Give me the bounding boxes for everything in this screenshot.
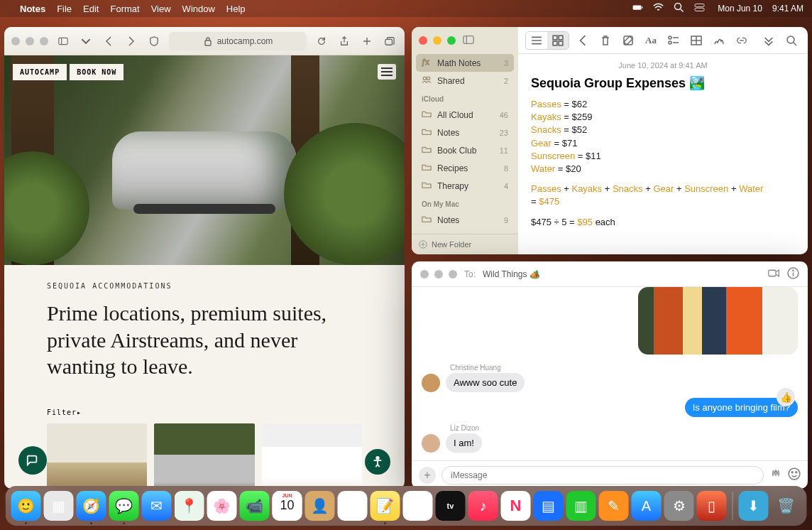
window-controls[interactable]	[11, 37, 48, 45]
folder-math-notes[interactable]: ƒxMath Notes3	[416, 54, 514, 72]
dock-music[interactable]: ♪	[468, 491, 498, 521]
dock-iphone-mirror[interactable]: ▯	[697, 491, 727, 521]
menu-help[interactable]: Help	[226, 4, 246, 14]
incoming-message[interactable]: Awww soo cute	[446, 373, 525, 392]
info-icon[interactable]	[787, 267, 799, 281]
dock-maps[interactable]: 📍	[175, 491, 204, 521]
spotlight-icon[interactable]	[674, 2, 684, 15]
note-sum-expression[interactable]: Passes + Kayaks + Snacks + Gear + Sunscr…	[531, 183, 795, 195]
address-bar[interactable]: autocamp.com	[169, 32, 307, 50]
dock-launchpad[interactable]: ▦	[44, 491, 74, 521]
table-icon[interactable]	[687, 32, 706, 49]
sidebar-toggle-icon[interactable]	[463, 34, 474, 48]
app-menu[interactable]: Notes	[20, 4, 45, 14]
folder-recipes[interactable]: Recipes8	[416, 159, 514, 177]
folder-notes[interactable]: Notes23	[416, 124, 514, 141]
view-switcher[interactable]	[525, 31, 569, 50]
menubar-date[interactable]: Mon Jun 10	[718, 4, 762, 13]
menu-format[interactable]: Format	[110, 4, 139, 14]
expense-line[interactable]: Water = $20	[531, 163, 795, 175]
dock-finder[interactable]: 🙂	[11, 491, 41, 521]
accommodation-thumb[interactable]	[154, 423, 254, 490]
dock-mail[interactable]: ✉︎	[142, 491, 172, 521]
dock-appstore[interactable]: A	[632, 491, 662, 521]
message-thread[interactable]: Christine Huang Awww soo cute 👍 Is anyon…	[412, 287, 808, 460]
menu-edit[interactable]: Edit	[83, 4, 99, 14]
audio-icon[interactable]	[769, 467, 782, 483]
expense-line[interactable]: Gear = $71	[531, 137, 795, 150]
menubar-time[interactable]: 9:41 AM	[772, 4, 803, 13]
expense-line[interactable]: Passes = $62	[531, 98, 795, 111]
dock-downloads[interactable]: ⬇︎	[739, 491, 769, 521]
dock-trash[interactable]: 🗑️	[772, 491, 801, 521]
dock-reminders[interactable]: ☰	[338, 491, 368, 521]
message-input[interactable]	[441, 466, 764, 485]
expense-line[interactable]: Kayaks = $259	[531, 111, 795, 124]
folder-book-club[interactable]: Book Club11	[416, 141, 514, 159]
tabs-icon[interactable]	[382, 33, 397, 49]
avatar[interactable]	[422, 374, 440, 392]
dock-facetime[interactable]: 📹	[240, 491, 270, 521]
menu-file[interactable]: File	[57, 4, 72, 14]
media-icon[interactable]	[710, 32, 728, 49]
avatar[interactable]	[422, 434, 440, 453]
hamburger-icon[interactable]	[378, 64, 396, 80]
dock-safari[interactable]: 🧭	[77, 491, 106, 521]
battery-icon[interactable]	[632, 2, 643, 15]
forward-icon[interactable]	[124, 33, 139, 49]
folder-therapy[interactable]: Therapy4	[416, 177, 514, 195]
dock-tv[interactable]: tv	[436, 491, 466, 521]
chat-fab-icon[interactable]	[18, 446, 47, 475]
add-attachment-icon[interactable]: +	[419, 467, 436, 484]
note-title[interactable]: Sequoia Group Expenses 🏞️	[531, 75, 795, 91]
dock-calendar[interactable]: JUN10	[273, 491, 302, 521]
dock-messages[interactable]: 💬	[109, 491, 139, 521]
share-icon[interactable]	[336, 33, 352, 49]
new-folder-button[interactable]: New Folder	[412, 234, 518, 254]
shield-icon[interactable]	[146, 33, 162, 49]
dock-contacts[interactable]: 👤	[305, 491, 335, 521]
search-icon[interactable]	[782, 32, 801, 49]
tapback-icon[interactable]: 👍	[777, 388, 795, 406]
emoji-icon[interactable]	[788, 467, 801, 483]
dock-settings[interactable]: ⚙︎	[664, 491, 694, 521]
compose-icon[interactable]	[619, 32, 637, 49]
dock-pages[interactable]: ✎	[599, 491, 629, 521]
folder-notes[interactable]: Notes9	[416, 211, 514, 229]
expense-line[interactable]: Snacks = $52	[531, 124, 795, 136]
dock-keynote[interactable]: ▤	[534, 491, 564, 521]
back-icon[interactable]	[574, 32, 592, 49]
trash-icon[interactable]	[596, 32, 615, 49]
new-tab-icon[interactable]	[359, 33, 375, 49]
photo-message[interactable]	[638, 287, 798, 355]
link-icon[interactable]	[733, 32, 751, 49]
reload-icon[interactable]	[314, 33, 329, 49]
facetime-icon[interactable]	[768, 267, 780, 281]
accommodation-thumb[interactable]	[47, 423, 147, 490]
menu-window[interactable]: Window	[182, 4, 215, 14]
window-controls[interactable]	[419, 36, 456, 45]
format-icon[interactable]: Aa	[642, 32, 660, 49]
dock-numbers[interactable]: ▥	[566, 491, 596, 521]
window-controls[interactable]	[420, 270, 457, 278]
expense-line[interactable]: Sunscreen = $11	[531, 150, 795, 163]
control-center-icon[interactable]	[694, 2, 705, 15]
menu-view[interactable]: View	[151, 4, 171, 14]
folder-all-icloud[interactable]: All iCloud46	[416, 106, 514, 124]
chevron-down-icon[interactable]	[78, 33, 94, 49]
list-view-icon[interactable]	[526, 32, 547, 49]
accessibility-icon[interactable]	[365, 449, 390, 475]
folder-shared[interactable]: Shared2	[416, 72, 514, 90]
wifi-icon[interactable]	[653, 2, 664, 15]
dock-freeform[interactable]: ✏︎	[403, 491, 433, 521]
grid-view-icon[interactable]	[547, 32, 569, 49]
dock-notes[interactable]: 📝	[371, 491, 400, 521]
back-icon[interactable]	[101, 33, 116, 49]
to-value[interactable]: Wild Things 🏕️	[483, 269, 540, 279]
dock-photos[interactable]: 🌸	[207, 491, 237, 521]
accommodation-thumb[interactable]	[262, 423, 362, 490]
incoming-message[interactable]: I am!	[446, 433, 482, 453]
sidebar-toggle-icon[interactable]	[55, 33, 71, 49]
filter-button[interactable]: Filter▸	[47, 409, 362, 416]
checklist-icon[interactable]	[664, 32, 683, 49]
